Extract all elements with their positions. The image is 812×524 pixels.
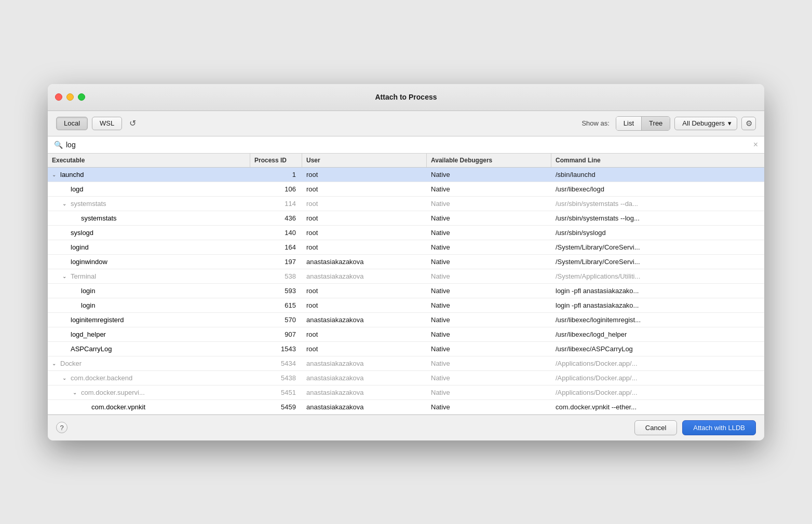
tree-chevron-icon[interactable]: ⌄ xyxy=(52,172,58,177)
table-row[interactable]: loginwindow197anastasiakazakovaNative/Sy… xyxy=(48,255,764,269)
pid-cell: 5438 xyxy=(250,372,302,384)
cmdline-cell: /System/Library/CoreServi... xyxy=(551,256,764,268)
table-row[interactable]: ⌄Terminal538anastasiakazakovaNative/Syst… xyxy=(48,269,764,284)
table-row[interactable]: logd_helper907rootNative/usr/libexec/log… xyxy=(48,327,764,342)
window-title: Attach to Process xyxy=(375,93,437,101)
table-row[interactable]: login593rootNativelogin -pfl anastasiaka… xyxy=(48,284,764,298)
table-row[interactable]: logd106rootNative/usr/libexec/logd xyxy=(48,182,764,197)
pid-cell: 5434 xyxy=(250,357,302,369)
tree-chevron-icon[interactable]: ⌄ xyxy=(62,273,69,279)
local-button[interactable]: Local xyxy=(56,117,88,130)
traffic-lights xyxy=(55,93,85,101)
table-row[interactable]: ⌄Docker5434anastasiakazakovaNative/Appli… xyxy=(48,356,764,371)
table-row[interactable]: com.docker.vpnkit5459anastasiakazakovaNa… xyxy=(48,400,764,415)
view-toggle: List Tree xyxy=(616,116,670,131)
exe-name: login xyxy=(81,301,95,309)
debuggers-cell: Native xyxy=(427,241,551,253)
debuggers-cell: Native xyxy=(427,372,551,384)
pid-cell: 615 xyxy=(250,299,302,311)
exe-name: syslogd xyxy=(71,229,93,237)
col-user: User xyxy=(302,154,427,167)
tree-chevron-icon[interactable]: ⌄ xyxy=(52,361,58,366)
debuggers-cell: Native xyxy=(427,198,551,210)
table-row[interactable]: logind164rootNative/System/Library/CoreS… xyxy=(48,240,764,255)
table-row[interactable]: ⌄com.docker.supervi...5451anastasiakazak… xyxy=(48,385,764,400)
cmdline-cell: /usr/libexec/logd xyxy=(551,183,764,195)
col-debuggers: Available Debuggers xyxy=(427,154,551,167)
exe-name: com.docker.supervi... xyxy=(81,389,145,396)
user-cell: anastasiakazakova xyxy=(302,270,427,282)
tree-view-button[interactable]: Tree xyxy=(642,117,670,130)
help-button[interactable]: ? xyxy=(56,422,67,433)
refresh-button[interactable]: ↺ xyxy=(126,117,139,129)
footer-buttons: Cancel Attach with LLDB xyxy=(634,420,756,435)
pid-cell: 570 xyxy=(250,314,302,326)
tree-chevron-icon[interactable]: ⌄ xyxy=(62,201,69,206)
debuggers-dropdown[interactable]: All Debuggers ▾ xyxy=(674,117,737,130)
debuggers-cell: Native xyxy=(427,328,551,340)
user-cell: root xyxy=(302,227,427,239)
table-row[interactable]: login615rootNativelogin -pfl anastasiaka… xyxy=(48,298,764,313)
pid-cell: 197 xyxy=(250,256,302,268)
debuggers-cell: Native xyxy=(427,285,551,297)
main-window: Attach to Process Local WSL ↺ Show as: L… xyxy=(48,84,764,440)
exe-name: logind xyxy=(71,243,89,251)
exe-name: ASPCarryLog xyxy=(71,345,112,353)
exe-name: loginwindow xyxy=(71,258,107,266)
process-table: Executable Process ID User Available Deb… xyxy=(48,154,764,415)
footer: ? Cancel Attach with LLDB xyxy=(48,415,764,440)
table-row[interactable]: ⌄com.docker.backend5438anastasiakazakova… xyxy=(48,371,764,385)
exe-name: loginitemregisterd xyxy=(71,316,124,324)
exe-name: Terminal xyxy=(71,272,96,280)
toolbar: Local WSL ↺ Show as: List Tree All Debug… xyxy=(48,111,764,136)
table-row[interactable]: ⌄launchd1rootNative/sbin/launchd xyxy=(48,168,764,182)
cmdline-cell: /Applications/Docker.app/... xyxy=(551,387,764,398)
col-pid: Process ID xyxy=(250,154,302,167)
table-row[interactable]: loginitemregisterd570anastasiakazakovaNa… xyxy=(48,313,764,327)
debuggers-cell: Native xyxy=(427,227,551,239)
table-row[interactable]: systemstats436rootNative/usr/sbin/system… xyxy=(48,211,764,226)
debuggers-cell: Native xyxy=(427,299,551,311)
pid-cell: 593 xyxy=(250,285,302,297)
tree-chevron-icon[interactable]: ⌄ xyxy=(62,375,69,381)
settings-button[interactable]: ⚙ xyxy=(741,117,756,130)
pid-cell: 164 xyxy=(250,241,302,253)
exe-name: Docker xyxy=(60,360,82,367)
user-cell: anastasiakazakova xyxy=(302,401,427,413)
cancel-button[interactable]: Cancel xyxy=(634,420,677,435)
cmdline-cell: /usr/sbin/syslogd xyxy=(551,227,764,239)
exe-name: login xyxy=(81,287,95,295)
tree-chevron-icon[interactable]: ⌄ xyxy=(73,390,79,395)
search-input[interactable] xyxy=(66,141,750,149)
table-row[interactable]: ASPCarryLog1543rootNative/usr/libexec/AS… xyxy=(48,342,764,356)
exe-name: systemstats xyxy=(81,214,117,222)
col-executable: Executable xyxy=(48,154,250,167)
titlebar: Attach to Process xyxy=(48,84,764,111)
user-cell: root xyxy=(302,169,427,181)
wsl-button[interactable]: WSL xyxy=(92,117,122,130)
close-button[interactable] xyxy=(55,93,62,101)
user-cell: anastasiakazakova xyxy=(302,387,427,398)
debuggers-cell: Native xyxy=(427,401,551,413)
attach-button[interactable]: Attach with LLDB xyxy=(682,420,756,435)
user-cell: root xyxy=(302,241,427,253)
pid-cell: 907 xyxy=(250,328,302,340)
show-as-label: Show as: xyxy=(581,119,609,127)
clear-search-button[interactable]: × xyxy=(753,141,758,149)
debuggers-cell: Native xyxy=(427,357,551,369)
user-cell: root xyxy=(302,183,427,195)
maximize-button[interactable] xyxy=(78,93,85,101)
exe-name: com.docker.vpnkit xyxy=(91,403,145,411)
search-bar: 🔍 × xyxy=(48,136,764,154)
pid-cell: 106 xyxy=(250,183,302,195)
debuggers-cell: Native xyxy=(427,270,551,282)
table-row[interactable]: ⌄systemstats114rootNative/usr/sbin/syste… xyxy=(48,197,764,211)
cmdline-cell: /usr/sbin/systemstats --da... xyxy=(551,198,764,210)
list-view-button[interactable]: List xyxy=(616,117,642,130)
cmdline-cell: login -pfl anastasiakazako... xyxy=(551,299,764,311)
cmdline-cell: /usr/sbin/systemstats --log... xyxy=(551,212,764,224)
user-cell: root xyxy=(302,198,427,210)
table-row[interactable]: syslogd140rootNative/usr/sbin/syslogd xyxy=(48,226,764,240)
minimize-button[interactable] xyxy=(66,93,74,101)
pid-cell: 1543 xyxy=(250,343,302,355)
